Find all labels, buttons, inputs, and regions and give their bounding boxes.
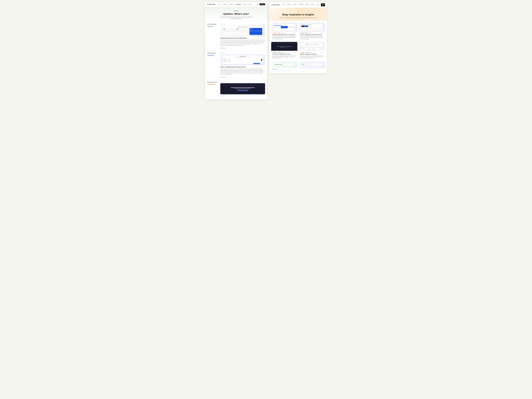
read-time-3: ⏱ 4 minutes xyxy=(292,52,296,53)
blog-hero: Blog Blog: Inspiration & Insights A coll… xyxy=(269,8,327,21)
blog-navbar: CLOUD.CRAFT Home Product Company Changel… xyxy=(269,2,327,8)
blog-nav-company[interactable]: Company xyxy=(292,4,297,6)
signup-button[interactable]: Sign up xyxy=(260,3,265,5)
read-update-link-2[interactable]: Read update xyxy=(220,76,227,78)
blog-date-2: Jul 31, 2024 xyxy=(300,32,305,34)
changelog-panel: CLOUD.CRAFT Home Product Company Changel… xyxy=(205,2,267,99)
article-text-3: David Kálmán xyxy=(220,95,265,96)
article-img-1: We have a plan for everyone Hobby $0 Sta… xyxy=(220,25,265,36)
changelog-content-3: Week 9 Creating unique websites and digi… xyxy=(220,82,265,97)
author-avatar-3: D xyxy=(278,52,280,53)
changelog-sidebar-1: More detailed search April 8, 2022 xyxy=(207,24,220,49)
blog-bottom: David Kálmán xyxy=(269,62,327,73)
changelog-navbar: CLOUD.CRAFT Home Product Company Changel… xyxy=(205,2,267,6)
blog-card-text-3: Instead, algorithms and logic-based solu… xyxy=(272,55,296,59)
changelog-description: Stay informed about the most recent upda… xyxy=(219,16,253,19)
login-button[interactable]: Login xyxy=(255,3,259,5)
blog-panel: CLOUD.CRAFT Home Product Company Changel… xyxy=(269,2,327,73)
author-avatar-4: D xyxy=(305,52,307,53)
blog-description: A collection of the latest insights, pro… xyxy=(274,17,323,19)
changelog-nav-actions: Login Sign up xyxy=(255,3,265,5)
blog-nav-changelog[interactable]: Changelog xyxy=(298,4,304,6)
nav-home[interactable]: Home xyxy=(218,4,221,5)
blog-card-text-1: As the internet continues to develop and… xyxy=(272,36,296,40)
changelog-hero: Changelog Updates: What's new? Stay info… xyxy=(205,6,267,22)
nav-changelog[interactable]: Changelog xyxy=(235,4,241,5)
author-avatar-1: D xyxy=(278,32,279,34)
blog-nav-product[interactable]: Product xyxy=(287,4,291,6)
blog-signup-button[interactable]: Sign up xyxy=(321,3,325,6)
week-label-3: Week 9 xyxy=(220,82,265,82)
blog-meta-3: Jan 28, 2024 D David Kálmán ⏱ 4 minutes xyxy=(272,52,296,53)
blog-card-title-4: Building a Navigation Component xyxy=(300,53,324,55)
author-3: D David Kálmán xyxy=(278,52,284,53)
blog-card-img-2 xyxy=(299,23,325,32)
author-avatar-2: L xyxy=(306,32,307,34)
blog-card-title-3: How Can You Prepare for the Future? xyxy=(272,53,296,55)
blog-card-body-2: Jul 31, 2024 L Luca Da Corte ⏱ 11 minute… xyxy=(299,32,325,40)
article-title-1: Starting and Growing a Career in Web Des… xyxy=(220,37,265,39)
blog-date-3: Jan 28, 2024 xyxy=(272,52,278,53)
blog-card-4[interactable]: Home About Work Crafts Search 🏠 xyxy=(299,42,325,60)
blog-card-title-1: Starting and Growing a Career in Web Des… xyxy=(272,34,296,35)
blog-card-text-2: Unlike typical web pages, landing pages … xyxy=(300,36,324,40)
blog-nav-links: Home Product Company Changelog Contact P… xyxy=(282,4,315,6)
article-img-2: Custom Scrollbar Customize the scrollbar… xyxy=(220,54,265,65)
blog-card-2[interactable]: Jul 31, 2024 L Luca Da Corte ⏱ 11 minute… xyxy=(299,23,325,40)
blog-bottom-row: David Kálmán xyxy=(271,62,325,71)
changelog-content-1: Week 10 #2 ⏱ 4 minutes We have a plan fo… xyxy=(220,24,265,49)
article-text-1: As the internet continues to develop and… xyxy=(220,39,265,46)
read-time-4: ⏱ 6 minutes xyxy=(320,52,324,53)
changelog-sidebar-3: Storage improvements February 28, 2022 xyxy=(207,82,220,97)
date-badge-1: April 8, 2022 xyxy=(207,26,214,27)
read-update-link-1[interactable]: Read update xyxy=(220,48,227,49)
blog-card-partial-2[interactable] xyxy=(299,62,325,71)
blog-brand: CLOUD.CRAFT xyxy=(271,4,280,6)
blog-tag: Blog xyxy=(296,11,300,12)
blog-nav-contact[interactable]: Contact xyxy=(305,4,310,6)
pricing-mini-browser xyxy=(273,23,296,31)
blog-date-1: Aug 5, 2024 xyxy=(272,32,277,34)
sidebar-label-2: Advanced security xyxy=(207,52,219,54)
nav-product[interactable]: Product xyxy=(222,4,227,5)
date-badge-3: February 28, 2022 xyxy=(207,84,215,85)
changelog-section-3: Storage improvements February 28, 2022 W… xyxy=(207,80,265,99)
blog-login-button[interactable]: Login xyxy=(316,4,320,6)
blog-nav-pricing[interactable]: Pricing xyxy=(310,4,315,6)
changelog-tag: Changelog xyxy=(233,10,239,12)
blog-title: Blog: Inspiration & Insights xyxy=(274,13,323,16)
blog-card-1[interactable]: Aug 5, 2024 D David Kálmán ⏱ 9 minutes S… xyxy=(271,23,298,40)
blog-meta-4: Jul 5, 2024 D David Kálmán ⏱ 6 minutes xyxy=(300,52,324,53)
partial-body-1: David Kálmán xyxy=(271,68,297,71)
partial-img-2 xyxy=(299,62,325,68)
blog-card-body-3: Jan 28, 2024 D David Kálmán ⏱ 4 minutes … xyxy=(271,51,297,60)
article-text-2: Whether you work in marketing, sales, or… xyxy=(220,68,265,75)
nav-company[interactable]: Company xyxy=(228,4,234,5)
changelog-brand: CLOUD.CRAFT xyxy=(207,4,216,5)
blog-grid: Aug 5, 2024 D David Kálmán ⏱ 9 minutes S… xyxy=(269,21,327,62)
blog-card-text-4: One of the main benefits of using nested… xyxy=(300,55,324,59)
changelog-sidebar-2: Advanced security March 15, 2022 xyxy=(207,52,220,78)
changelog-body: More detailed search April 8, 2022 Week … xyxy=(205,22,267,99)
blog-date-4: Jul 5, 2024 xyxy=(300,52,305,53)
blog-meta-1: Aug 5, 2024 D David Kálmán ⏱ 9 minutes xyxy=(272,32,296,34)
blog-card-partial-1[interactable]: David Kálmán xyxy=(271,62,298,71)
blog-nav-actions: Login Sign up xyxy=(316,3,325,6)
week-label-2: Week 10 #1 xyxy=(220,52,265,54)
blog-card-title-2: Create a Landing Page That Performs Grea… xyxy=(300,34,324,35)
blog-card-3[interactable]: Creating unique websites and digital exp… xyxy=(271,42,298,60)
blog-card-img-4: Home About Work Crafts Search 🏠 xyxy=(299,42,325,51)
nav-contact[interactable]: Contact xyxy=(242,4,247,5)
read-time-2: ⏱ 11 minutes xyxy=(319,33,324,33)
blog-card-body-4: Jul 5, 2024 D David Kálmán ⏱ 6 minutes B… xyxy=(299,51,325,60)
author-1: D David Kálmán xyxy=(278,32,284,34)
changelog-section-2: Advanced security March 15, 2022 Week 10… xyxy=(207,51,265,80)
date-badge-2: March 15, 2022 xyxy=(207,55,215,56)
nav-pricing[interactable]: Pricing xyxy=(248,4,252,5)
article-title-2: Create a Landing Page That Performs Grea… xyxy=(220,66,265,68)
week-label-1: Week 10 #2 ⏱ 4 minutes xyxy=(220,24,265,25)
changelog-nav-links: Home Product Company Changelog Contact P… xyxy=(218,4,253,5)
read-time-1: ⏱ 9 minutes xyxy=(292,33,296,33)
changelog-section-1: More detailed search April 8, 2022 Week … xyxy=(207,22,265,51)
blog-nav-home[interactable]: Home xyxy=(282,4,285,6)
